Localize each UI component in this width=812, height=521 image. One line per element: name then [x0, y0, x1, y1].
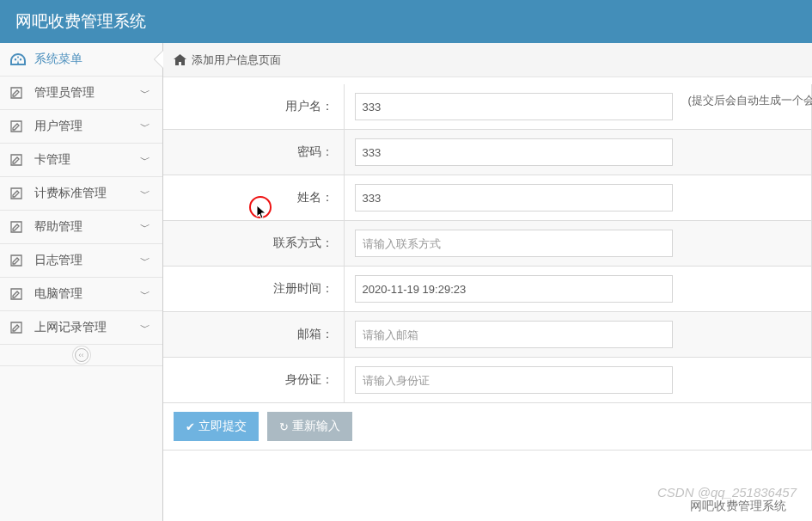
- input-regtime[interactable]: [355, 275, 673, 303]
- sidebar-item-label: 用户管理: [34, 119, 140, 134]
- label-contact: 联系方式：: [163, 221, 344, 267]
- label-name: 姓名：: [163, 175, 344, 221]
- main-panel: 添加用户信息页面 用户名： (提交后会自动生成一个会 密码： 姓名：: [163, 43, 812, 521]
- chevron-down-icon: ﹀: [140, 220, 150, 235]
- sidebar-item-system-menu[interactable]: 系统菜单: [0, 43, 162, 77]
- chevron-down-icon: ﹀: [140, 187, 150, 201]
- sidebar-item-label: 电脑管理: [34, 286, 140, 302]
- chevron-down-icon: ﹀: [140, 254, 150, 268]
- user-form-table: 用户名： (提交后会自动生成一个会 密码： 姓名： 联系方式：: [163, 84, 812, 451]
- sidebar-item-netlog-manage[interactable]: 上网记录管理 ﹀: [0, 311, 162, 345]
- input-email[interactable]: [355, 321, 673, 348]
- refresh-icon: ↻: [279, 420, 289, 433]
- sidebar-item-label: 上网记录管理: [34, 320, 140, 335]
- sidebar-item-computer-manage[interactable]: 电脑管理 ﹀: [0, 278, 162, 311]
- edit-icon: [10, 120, 27, 132]
- collapse-icon: ‹‹: [75, 348, 89, 362]
- sidebar-item-label: 计费标准管理: [34, 186, 140, 201]
- footer-text: 网吧收费管理系统: [690, 499, 786, 514]
- edit-icon: [10, 221, 27, 233]
- main-container: 系统菜单 管理员管理 ﹀ 用户管理 ﹀ 卡管理 ﹀: [0, 43, 812, 521]
- home-icon[interactable]: [174, 54, 186, 65]
- edit-icon: [10, 87, 27, 99]
- edit-icon: [10, 254, 27, 267]
- hint-username: (提交后会自动生成一个会: [688, 93, 813, 108]
- edit-icon: [10, 322, 27, 334]
- input-username[interactable]: [355, 93, 673, 120]
- sidebar-item-admin-manage[interactable]: 管理员管理 ﹀: [0, 77, 162, 110]
- label-username: 用户名：: [163, 84, 344, 130]
- app-title: 网吧收费管理系统: [15, 10, 146, 33]
- active-pointer-icon: [155, 51, 163, 68]
- sidebar-item-label: 帮助管理: [34, 219, 140, 235]
- input-password[interactable]: [355, 138, 673, 166]
- sidebar-item-label: 卡管理: [34, 152, 140, 168]
- edit-icon: [10, 187, 27, 199]
- reset-button[interactable]: ↻ 重新输入: [267, 412, 352, 441]
- sidebar-item-user-manage[interactable]: 用户管理 ﹀: [0, 110, 162, 144]
- input-name[interactable]: [355, 184, 673, 211]
- dashboard-icon: [10, 53, 27, 65]
- chevron-down-icon: ﹀: [140, 287, 150, 302]
- chevron-down-icon: ﹀: [140, 86, 150, 101]
- sidebar-item-label: 日志管理: [34, 253, 140, 268]
- app-header: 网吧收费管理系统: [0, 0, 812, 43]
- sidebar-collapse-button[interactable]: ‹‹: [0, 345, 162, 366]
- breadcrumb-title: 添加用户信息页面: [192, 52, 281, 68]
- edit-icon: [10, 154, 27, 166]
- input-idcard[interactable]: [355, 366, 673, 394]
- chevron-down-icon: ﹀: [140, 153, 150, 168]
- label-regtime: 注册时间：: [163, 267, 344, 312]
- label-idcard: 身份证：: [163, 358, 344, 403]
- sidebar-item-log-manage[interactable]: 日志管理 ﹀: [0, 244, 162, 278]
- edit-icon: [10, 288, 27, 300]
- sidebar-item-label: 管理员管理: [34, 85, 140, 101]
- chevron-down-icon: ﹀: [140, 120, 150, 134]
- label-password: 密码：: [163, 130, 344, 175]
- sidebar-item-label: 系统菜单: [34, 52, 150, 67]
- sidebar-item-card-manage[interactable]: 卡管理 ﹀: [0, 144, 162, 177]
- sidebar-item-billing-manage[interactable]: 计费标准管理 ﹀: [0, 177, 162, 211]
- submit-button[interactable]: ✔ 立即提交: [174, 412, 259, 441]
- sidebar: 系统菜单 管理员管理 ﹀ 用户管理 ﹀ 卡管理 ﹀: [0, 43, 163, 521]
- check-icon: ✔: [186, 420, 195, 433]
- breadcrumb: 添加用户信息页面: [163, 43, 812, 77]
- label-email: 邮箱：: [163, 312, 344, 358]
- sidebar-item-help-manage[interactable]: 帮助管理 ﹀: [0, 211, 162, 244]
- reset-label: 重新输入: [292, 419, 340, 434]
- input-contact[interactable]: [355, 230, 673, 257]
- form-content: 用户名： (提交后会自动生成一个会 密码： 姓名： 联系方式：: [163, 77, 812, 521]
- chevron-down-icon: ﹀: [140, 321, 150, 335]
- submit-label: 立即提交: [198, 419, 247, 434]
